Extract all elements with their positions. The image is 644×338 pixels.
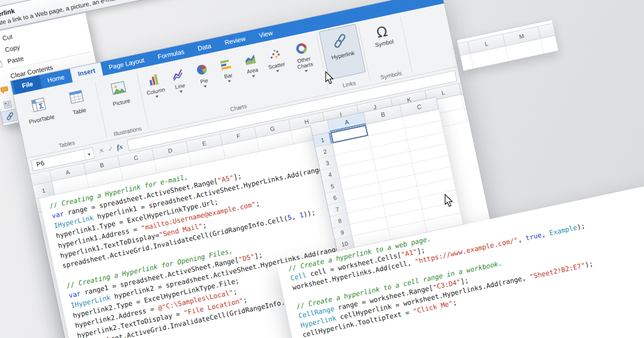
no-icon bbox=[0, 73, 8, 84]
picture-button[interactable]: Picture bbox=[97, 71, 144, 127]
bar-chart-icon bbox=[218, 57, 233, 72]
hyperlink-label: Hyperlink bbox=[331, 49, 355, 61]
symbol-button[interactable]: Ω Symbol bbox=[361, 15, 408, 71]
area-chart-label: Area bbox=[246, 67, 259, 75]
mouse-cursor-icon bbox=[325, 71, 335, 85]
code-token: ]; bbox=[233, 172, 243, 181]
enter-button[interactable]: ✓ bbox=[107, 145, 114, 153]
name-box-value: P6 bbox=[36, 159, 45, 168]
code-token: ); bbox=[584, 259, 594, 269]
omega-icon: Ω bbox=[375, 23, 389, 41]
table-label: Table bbox=[72, 107, 86, 116]
symbols-buttons: Ω Symbol bbox=[361, 15, 408, 75]
rotated-collage-stage: FileHomeInsertPage LayoutFormulasDataRev… bbox=[0, 0, 644, 338]
pie-chart-label: Pie bbox=[200, 77, 208, 85]
code-token: ; bbox=[232, 287, 238, 296]
corner-sheet-fragment: LM bbox=[457, 19, 559, 71]
illustrations-buttons: Picture bbox=[97, 71, 145, 131]
line-chart-label: Line bbox=[174, 82, 186, 90]
dropdown-caret-icon bbox=[228, 80, 231, 83]
pivottable-icon: Σ bbox=[29, 95, 48, 115]
pie-chart-icon bbox=[194, 62, 209, 77]
line-chart-icon bbox=[170, 67, 185, 82]
mouse-cursor-icon bbox=[444, 194, 455, 208]
dropdown-caret-icon bbox=[203, 85, 207, 88]
scatter-chart-icon bbox=[267, 47, 282, 62]
menu-item-label: Cut bbox=[2, 33, 13, 42]
picture-icon bbox=[109, 78, 128, 98]
dropdown-caret-icon bbox=[276, 70, 280, 72]
code-token: ); bbox=[576, 222, 586, 231]
column-chart-icon bbox=[146, 72, 161, 87]
cancel-button[interactable]: ✕ bbox=[98, 146, 105, 155]
menu-item-label: Paste bbox=[6, 55, 24, 65]
dropdown-caret-icon bbox=[304, 70, 308, 72]
code-token: ]; bbox=[254, 251, 264, 260]
picture-label: Picture bbox=[112, 97, 130, 107]
hyperlink-icon bbox=[331, 31, 350, 50]
symbol-label: Symbol bbox=[375, 38, 394, 48]
dropdown-caret-icon bbox=[179, 90, 183, 93]
area-chart-icon bbox=[243, 52, 258, 67]
paste-icon bbox=[0, 58, 4, 69]
format-icon bbox=[2, 99, 13, 110]
code-token: ]; bbox=[460, 276, 470, 285]
dropdown-caret-icon bbox=[252, 75, 255, 78]
name-box-caret-icon[interactable] bbox=[83, 148, 94, 159]
link-icon bbox=[4, 111, 15, 121]
dropdown-caret-icon bbox=[155, 95, 159, 98]
scatter-chart-label: Scatter bbox=[268, 61, 286, 70]
bar-chart-label: Bar bbox=[224, 72, 233, 79]
menu-item-label: Copy bbox=[4, 43, 20, 54]
corner-sheet-cell bbox=[541, 36, 558, 54]
code-token: ; bbox=[243, 296, 248, 304]
other-charts-label: Other Charts bbox=[289, 54, 320, 71]
code-token: ; bbox=[255, 199, 260, 208]
column-chart-label: Column bbox=[146, 86, 165, 96]
pivottable-label: PivotTable bbox=[28, 113, 55, 125]
table-icon bbox=[67, 87, 86, 107]
insert-function-button[interactable]: fx bbox=[116, 142, 123, 152]
formula-bar-buttons: ✕ ✓ fx bbox=[96, 142, 126, 156]
other-charts-icon bbox=[294, 41, 309, 56]
sheet-fragment-window: ABC 12345678910 bbox=[310, 97, 463, 252]
code-token: ]; bbox=[416, 246, 426, 255]
copy-icon bbox=[0, 47, 2, 57]
code-token: )); bbox=[303, 208, 316, 218]
comment-icon bbox=[0, 84, 10, 95]
